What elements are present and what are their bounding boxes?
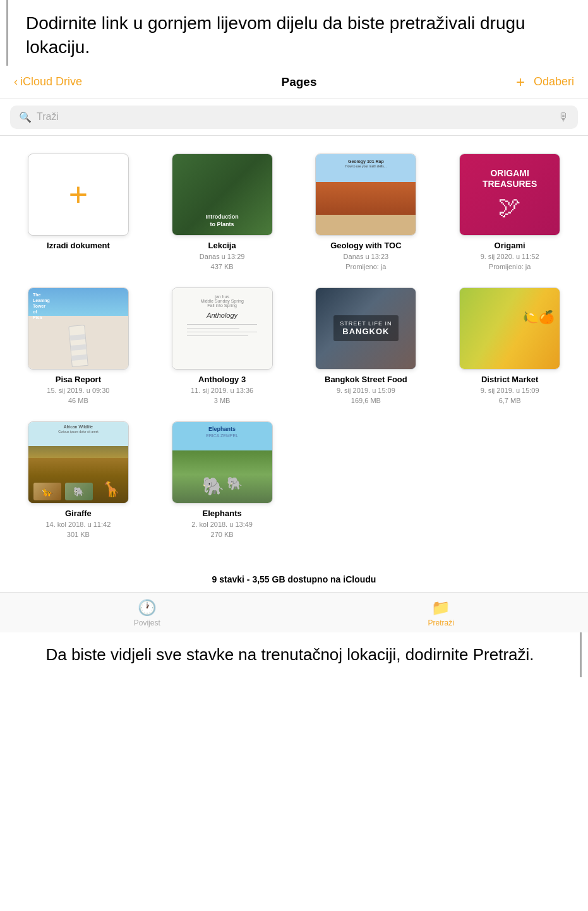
search-icon: 🔍 xyxy=(19,111,32,123)
file-name: Anthology 3 xyxy=(198,375,246,384)
top-instruction-text: Dodirnite link u gornjem lijevom dijelu … xyxy=(26,13,525,57)
file-thumbnail: Geology 101 RapHow to use your math skil… xyxy=(315,154,416,236)
top-instruction: Dodirnite link u gornjem lijevom dijelu … xyxy=(6,0,588,66)
list-item[interactable]: ☁️ ElephantsERICA ZEMPEL 🐘 🐘 Elephants 2… xyxy=(150,415,294,549)
list-item[interactable]: ☁️ jan husMiddle Sunday SpringFall into … xyxy=(150,281,294,415)
search-input[interactable]: Traži xyxy=(37,111,553,123)
file-thumbnail: ORIGAMITREASURES 🕊 xyxy=(459,154,560,236)
file-meta: 9. sij 2019. u 15:09 6,7 MB xyxy=(481,385,539,406)
file-name: Lekcija xyxy=(208,241,236,250)
nav-bar: ‹ iCloud Drive Pages + Odaberi xyxy=(0,66,588,99)
list-item[interactable]: + Izradi dokument xyxy=(6,147,150,281)
file-meta: 15. sij 2019. u 09:30 46 MB xyxy=(47,385,109,406)
file-name: Giraffe xyxy=(65,509,92,518)
select-button[interactable]: Odaberi xyxy=(534,75,574,88)
file-name: Origami xyxy=(495,241,525,250)
tab-bar: 🕐 Povijest 📁 Pretraži xyxy=(0,592,588,632)
file-name: Bangkok Street Food xyxy=(325,375,407,384)
tab-label-povijest: Povijest xyxy=(134,618,160,627)
file-meta: 14. kol 2018. u 11:42 301 KB xyxy=(46,519,111,540)
list-item[interactable]: African WildlifeCurious ipsum dolor sit … xyxy=(6,415,150,549)
file-thumbnail: ☁️ jan husMiddle Sunday SpringFall into … xyxy=(172,287,273,370)
list-item[interactable]: ☁️ STREET LIFE IN BANGKOK Bangkok Street… xyxy=(294,281,438,415)
nav-actions: + Odaberi xyxy=(516,73,574,91)
folder-icon: 📁 xyxy=(431,599,450,617)
tab-pretrazi[interactable]: 📁 Pretraži xyxy=(294,599,589,627)
file-name: Pisa Report xyxy=(56,375,101,384)
file-name: Geology with TOC xyxy=(330,241,401,250)
file-thumbnail: + xyxy=(28,154,129,236)
file-thumbnail: 🍋🍊 DISTRICT MARKET a collection of our f… xyxy=(459,287,560,370)
files-grid: + Izradi dokument Introductionto Plants … xyxy=(0,136,588,549)
list-item[interactable]: ORIGAMITREASURES 🕊 Origami 9. sij 2020. … xyxy=(438,147,582,281)
file-name: District Market xyxy=(481,375,538,384)
file-thumbnail: Introductionto Plants xyxy=(172,154,273,236)
status-bar: 9 stavki - 3,55 GB dostupno na iCloudu xyxy=(0,562,588,592)
list-item[interactable]: 🍋🍊 DISTRICT MARKET a collection of our f… xyxy=(438,281,582,415)
add-button[interactable]: + xyxy=(516,73,525,91)
file-meta: 11. sij 2019. u 13:36 3 MB xyxy=(191,385,253,406)
nav-title: Pages xyxy=(282,75,317,89)
file-meta: 9. sij 2020. u 11:52 Promijenio: ja xyxy=(481,251,539,272)
list-item[interactable]: Introductionto Plants Lekcija Danas u 13… xyxy=(150,147,294,281)
tab-label-pretrazi: Pretraži xyxy=(428,618,454,627)
file-meta: 2. kol 2018. u 13:49 270 KB xyxy=(191,519,253,540)
list-item[interactable]: Geology 101 RapHow to use your math skil… xyxy=(294,147,438,281)
back-label: iCloud Drive xyxy=(20,75,82,88)
status-text: 9 stavki - 3,55 GB dostupno na iCloudu xyxy=(212,574,376,584)
chevron-left-icon: ‹ xyxy=(14,75,18,88)
tab-povijest[interactable]: 🕐 Povijest xyxy=(0,599,294,627)
mic-icon[interactable]: 🎙 xyxy=(558,111,569,124)
file-meta: Danas u 13:29 437 KB xyxy=(200,251,245,272)
list-item[interactable]: ☁️ TheLeaningTowerofPisa Pisa Report 15.… xyxy=(6,281,150,415)
file-thumbnail: African WildlifeCurious ipsum dolor sit … xyxy=(28,421,129,504)
history-icon: 🕐 xyxy=(138,599,157,617)
file-meta: 9. sij 2019. u 15:09 169,6 MB xyxy=(337,385,395,406)
bottom-instruction-text: Da biste vidjeli sve stavke na trenutačn… xyxy=(45,645,534,664)
search-bar: 🔍 Traži 🎙 xyxy=(10,106,578,129)
bottom-instruction: Da biste vidjeli sve stavke na trenutačn… xyxy=(0,632,582,677)
file-thumbnail: ☁️ TheLeaningTowerofPisa xyxy=(28,287,129,370)
file-name: Elephants xyxy=(203,509,242,518)
file-thumbnail: ☁️ ElephantsERICA ZEMPEL 🐘 🐘 xyxy=(172,421,273,504)
file-name: Izradi dokument xyxy=(47,241,110,250)
back-button[interactable]: ‹ iCloud Drive xyxy=(14,75,82,88)
file-meta: Danas u 13:23 Promijeno: ja xyxy=(344,251,389,272)
file-thumbnail: ☁️ STREET LIFE IN BANGKOK xyxy=(315,287,416,370)
add-doc-icon: + xyxy=(69,178,88,211)
